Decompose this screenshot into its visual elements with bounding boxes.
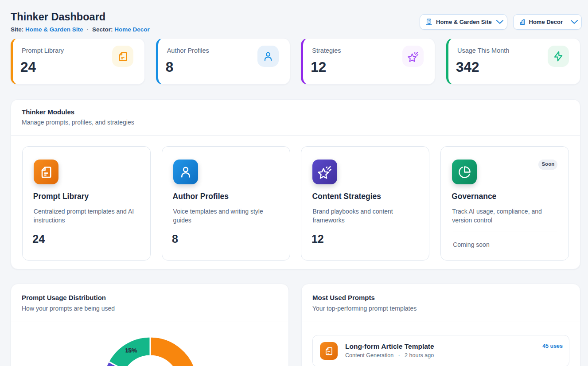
- svg-text:15%: 15%: [125, 347, 136, 354]
